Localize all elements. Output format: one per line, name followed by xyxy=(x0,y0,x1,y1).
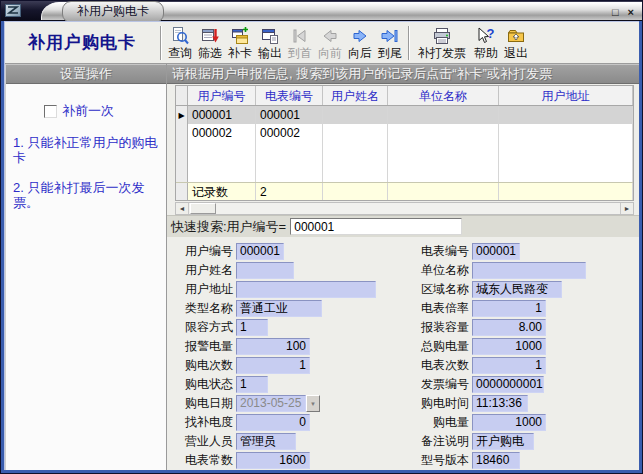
toolbar: 补用户购电卡 查询 xyxy=(5,22,639,64)
instruction-bar: 请根据用户申报信息, 搜索到该用户的记录后点击“补卡”或补打发票 xyxy=(167,64,639,84)
last-record-button[interactable]: 到尾 xyxy=(375,23,405,63)
first-record-button[interactable]: 到首 xyxy=(285,23,315,63)
alarm-power-field[interactable]: 100 xyxy=(236,338,310,355)
form-right-column: 电表编号000001 单位名称 区域名称城东人民路变 电表倍率1 报装容量8.0… xyxy=(417,242,639,470)
svg-text:?: ? xyxy=(487,26,495,41)
export-icon xyxy=(260,26,280,46)
printer-icon xyxy=(432,26,452,46)
previous-record-button[interactable]: 向前 xyxy=(315,23,345,63)
records-table: 用户编号 电表编号 用户姓名 单位名称 用户地址 000001 000001 xyxy=(175,85,634,201)
unit-name-field[interactable] xyxy=(472,262,586,279)
horizontal-scrollbar xyxy=(175,202,634,215)
date-dropdown-icon[interactable] xyxy=(306,395,320,412)
quick-search-bar: 快速搜索:用户编号= xyxy=(167,215,639,237)
arrow-right-icon xyxy=(350,26,370,46)
reprint-invoice-button[interactable]: 补打发票 xyxy=(413,23,471,63)
record-count-value: 2 xyxy=(256,183,323,200)
current-row-marker xyxy=(176,106,188,124)
model-version-field[interactable]: 18460 xyxy=(472,452,520,469)
purchase-amount-field[interactable]: 1000 xyxy=(472,414,546,431)
search-icon xyxy=(170,26,190,46)
row-selector-header xyxy=(176,86,188,105)
app-icon xyxy=(5,4,21,17)
app-window: 补用户购电卡 □ × 补用户购电卡 查询 xyxy=(0,0,643,474)
close-button[interactable]: × xyxy=(628,4,634,20)
title-band: 补用户购电卡 □ × xyxy=(41,2,642,20)
query-button[interactable]: 查询 xyxy=(165,23,195,63)
purchase-count-field[interactable]: 1 xyxy=(236,357,310,374)
type-name-field[interactable]: 普通工业 xyxy=(236,300,322,317)
sidebar-header: 设置操作 xyxy=(6,64,166,84)
region-name-field[interactable]: 城东人民路变 xyxy=(472,281,562,298)
invoice-no-field[interactable]: 0000000001 xyxy=(472,376,544,393)
checkbox-label: 补前一次 xyxy=(62,102,114,120)
table-header-row: 用户编号 电表编号 用户姓名 单位名称 用户地址 xyxy=(176,86,633,106)
main-panel: 请根据用户申报信息, 搜索到该用户的记录后点击“补卡”或补打发票 用户编号 电表… xyxy=(167,64,639,470)
card-icon xyxy=(230,26,250,46)
total-purchased-field[interactable]: 1000 xyxy=(472,338,546,355)
scroll-left-arrow-icon[interactable] xyxy=(176,203,189,214)
scrollbar-thumb[interactable] xyxy=(190,203,216,214)
last-icon xyxy=(380,26,400,46)
next-record-button[interactable]: 向后 xyxy=(345,23,375,63)
installed-capacity-field[interactable]: 8.00 xyxy=(472,319,546,336)
compensation-power-field[interactable]: 0 xyxy=(236,414,310,431)
user-address-field[interactable] xyxy=(236,281,376,298)
user-name-field[interactable] xyxy=(236,262,294,279)
user-no-field[interactable]: 000001 xyxy=(236,243,284,260)
table-empty-area xyxy=(176,142,633,182)
sidebar-note-1: 1. 只能补正常用户的购电卡 xyxy=(13,135,162,165)
exit-button[interactable]: 退出 xyxy=(501,23,531,63)
checkbox-icon[interactable] xyxy=(44,105,57,118)
detail-form: 用户编号000001 用户姓名 用户地址 类型名称普通工业 限容方式1 报警电量… xyxy=(167,237,639,470)
column-header-address: 用户地址 xyxy=(499,86,633,105)
purchase-date-field[interactable]: 2013-05-25 xyxy=(236,395,306,412)
help-icon: ? xyxy=(476,26,496,46)
window-title: 补用户购电卡 xyxy=(62,1,164,21)
filter-button[interactable]: 筛选 xyxy=(195,23,225,63)
meter-ratio-field[interactable]: 1 xyxy=(472,300,546,317)
record-count-row: 记录数 2 xyxy=(176,182,633,200)
sidebar-note-2: 2. 只能补打最后一次发票。 xyxy=(13,180,162,210)
help-button[interactable]: ? 帮助 xyxy=(471,23,501,63)
reissue-card-button[interactable]: 补卡 xyxy=(225,23,255,63)
column-header-meter-no: 电表编号 xyxy=(256,86,323,105)
record-count-label: 记录数 xyxy=(188,183,256,200)
arrow-left-icon xyxy=(320,26,340,46)
meter-constant-field[interactable]: 1600 xyxy=(236,452,310,469)
purchase-status-field[interactable]: 1 xyxy=(236,376,268,393)
maximize-button[interactable]: □ xyxy=(612,4,619,20)
form-left-column: 用户编号000001 用户姓名 用户地址 类型名称普通工业 限容方式1 报警电量… xyxy=(181,242,417,470)
quick-search-label: 快速搜索:用户编号= xyxy=(171,218,286,236)
quick-search-input[interactable] xyxy=(290,218,462,235)
toolbar-separator xyxy=(160,26,162,60)
meter-count-field[interactable]: 1 xyxy=(472,357,546,374)
first-icon xyxy=(290,26,310,46)
operator-field[interactable]: 管理员 xyxy=(236,433,296,450)
reissue-previous-option[interactable]: 补前一次 xyxy=(44,102,166,120)
export-button[interactable]: 输出 xyxy=(255,23,285,63)
column-header-user-name: 用户姓名 xyxy=(323,86,388,105)
purchase-time-field[interactable]: 11:13:36 xyxy=(472,395,528,412)
sidebar: 设置操作 补前一次 1. 只能补正常用户的购电卡 2. 只能补打最后一次发票。 xyxy=(5,64,167,470)
window-frame: 补用户购电卡 查询 xyxy=(4,21,639,470)
remarks-field[interactable]: 开户购电 xyxy=(472,433,534,450)
column-header-unit-name: 单位名称 xyxy=(388,86,499,105)
filter-icon xyxy=(200,26,220,46)
table-row[interactable]: 000001 000001 xyxy=(176,106,633,124)
exit-folder-icon xyxy=(506,26,526,46)
column-header-user-no: 用户编号 xyxy=(188,86,256,105)
page-title: 补用户购电卡 xyxy=(7,31,157,54)
table-row[interactable]: 000002 000002 xyxy=(176,124,633,142)
toolbar-separator xyxy=(408,26,410,60)
title-bar: 补用户购电卡 □ × xyxy=(1,1,642,21)
content-area: 设置操作 补前一次 1. 只能补正常用户的购电卡 2. 只能补打最后一次发票。 … xyxy=(5,64,639,470)
meter-no-field[interactable]: 000001 xyxy=(472,243,520,260)
scroll-right-arrow-icon[interactable] xyxy=(620,203,633,214)
capacity-limit-mode-field[interactable]: 1 xyxy=(236,319,268,336)
